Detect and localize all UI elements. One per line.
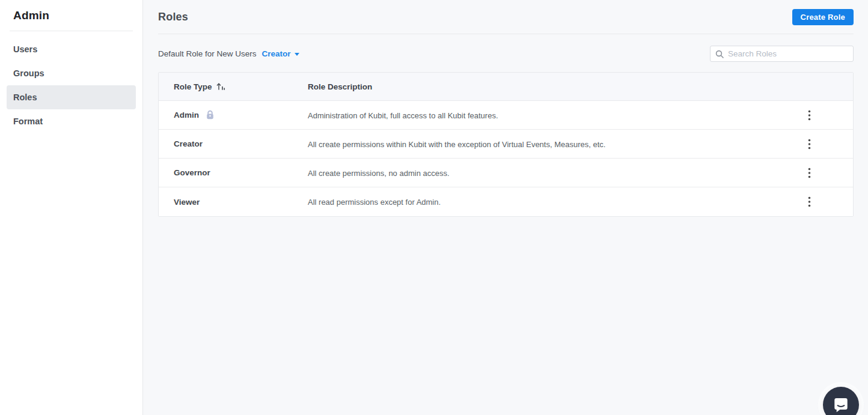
sort-ascending-icon[interactable] — [216, 82, 225, 91]
row-actions-menu-icon[interactable] — [803, 165, 816, 181]
page-title: Roles — [158, 11, 188, 23]
search-icon — [715, 50, 724, 58]
roles-table: Role Type Role Description Admin — [158, 72, 854, 217]
lock-icon — [204, 109, 216, 121]
table-row: Viewer All read permissions except for A… — [159, 187, 853, 216]
table-row: Admin Administration of Kubit, full acce… — [159, 101, 853, 130]
role-name: Creator — [174, 139, 203, 148]
column-header-role-type[interactable]: Role Type — [159, 82, 308, 91]
main-content: Roles Create Role Default Role for New U… — [143, 0, 868, 415]
app-window: Admin UsersGroupsRolesFormat Roles Creat… — [0, 0, 868, 415]
sidebar-item-label: Groups — [13, 68, 44, 78]
sidebar-item-label: Users — [13, 44, 37, 54]
sidebar-item-users[interactable]: Users — [7, 37, 136, 61]
sidebar-divider — [10, 31, 133, 31]
sidebar-item-label: Format — [13, 117, 43, 126]
role-description: All create permissions, no admin access. — [308, 169, 450, 178]
search-input[interactable] — [728, 49, 848, 58]
sidebar-item-groups[interactable]: Groups — [7, 61, 136, 85]
table-row: Creator All create permissions within Ku… — [159, 130, 853, 159]
page-header: Roles Create Role — [158, 0, 854, 34]
table-row: Governor All create permissions, no admi… — [159, 159, 853, 187]
default-role-label: Default Role for New Users — [158, 49, 257, 58]
sidebar-item-label: Roles — [13, 92, 37, 102]
row-actions-menu-icon[interactable] — [803, 194, 816, 210]
controls-row: Default Role for New Users Creator — [158, 46, 854, 62]
row-actions-menu-icon[interactable] — [803, 136, 816, 152]
table-header-row: Role Type Role Description — [159, 73, 853, 101]
chevron-down-icon — [295, 53, 299, 56]
row-actions-menu-icon[interactable] — [803, 108, 816, 123]
chat-bubble-icon — [832, 396, 850, 414]
sidebar-item-roles[interactable]: Roles — [7, 85, 136, 109]
sidebar-item-format[interactable]: Format — [7, 109, 136, 133]
default-role-setting: Default Role for New Users Creator — [158, 49, 299, 58]
role-name: Viewer — [174, 198, 200, 207]
sidebar-title: Admin — [13, 9, 142, 22]
table-body: Admin Administration of Kubit, full acce… — [159, 101, 853, 216]
search-box — [710, 46, 854, 62]
role-name: Governor — [174, 168, 210, 177]
role-description: All read permissions except for Admin. — [308, 198, 441, 207]
column-header-role-description: Role Description — [308, 82, 765, 91]
default-role-dropdown[interactable]: Creator — [262, 49, 299, 58]
sidebar-nav: UsersGroupsRolesFormat — [0, 37, 142, 133]
role-description: Administration of Kubit, full access to … — [308, 111, 498, 120]
create-role-button[interactable]: Create Role — [792, 9, 854, 25]
column-header-label: Role Type — [174, 82, 212, 91]
role-name: Admin — [174, 111, 199, 120]
sidebar: Admin UsersGroupsRolesFormat — [0, 0, 143, 415]
default-role-value: Creator — [262, 49, 291, 58]
role-description: All create permissions within Kubit with… — [308, 140, 605, 149]
